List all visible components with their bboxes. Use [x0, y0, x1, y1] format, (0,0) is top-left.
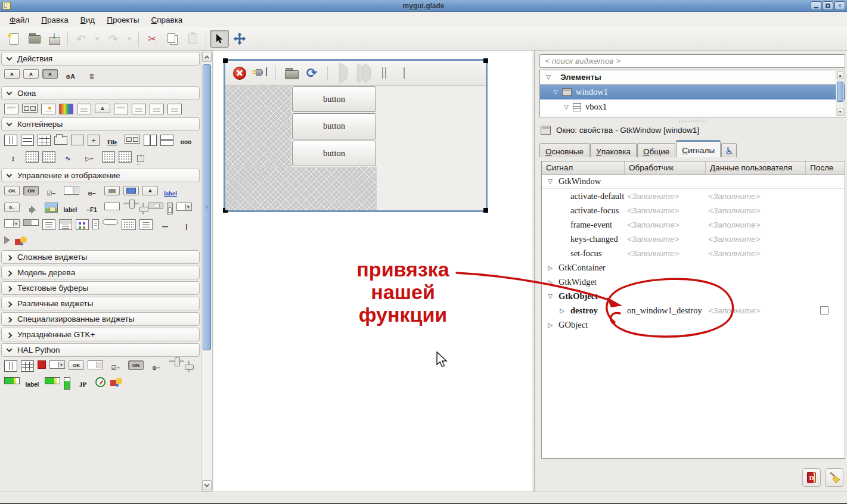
- tab-accessibility[interactable]: ♿: [721, 143, 737, 157]
- arrow-icon[interactable]: [4, 236, 10, 244]
- palette-section-windows[interactable]: Окна: [1, 86, 200, 100]
- signal-row-GtkWidget[interactable]: ▷GtkWidget: [542, 275, 845, 289]
- userdata-cell[interactable]: [706, 318, 806, 332]
- tree-row-window1[interactable]: ▽ window1: [540, 85, 845, 99]
- expander-icon[interactable]: ▽: [563, 104, 570, 110]
- tree-header[interactable]: ▽ Элементы: [540, 70, 845, 85]
- menu-item-help[interactable]: Справка: [145, 13, 188, 27]
- linkbutton-icon[interactable]: label: [162, 186, 179, 200]
- radio-action-icon[interactable]: ⊙A: [61, 69, 79, 83]
- new-button[interactable]: [4, 30, 23, 48]
- designed-open-button[interactable]: [283, 65, 300, 82]
- assistant-icon[interactable]: [167, 104, 182, 114]
- hpaned-icon[interactable]: [144, 135, 157, 146]
- signal-row-GtkWindow[interactable]: ▽GtkWindow: [542, 175, 845, 189]
- save-button[interactable]: [45, 30, 64, 48]
- viewport-icon[interactable]: [26, 151, 39, 163]
- expander-icon[interactable]: ▷−: [80, 151, 98, 166]
- hal-radiobutton-icon[interactable]: ⊙−: [147, 360, 165, 375]
- alignment-icon[interactable]: [137, 155, 144, 162]
- handler-cell[interactable]: on_window1_destroy: [625, 303, 706, 318]
- icon-factory-icon[interactable]: [42, 151, 55, 163]
- column-header-handler[interactable]: Обработчик: [625, 161, 706, 174]
- image-icon[interactable]: [45, 203, 58, 213]
- calendar-icon[interactable]: [122, 219, 136, 230]
- cleanup-button[interactable]: [825, 468, 843, 487]
- accellabel-icon[interactable]: −F1: [83, 203, 101, 217]
- signal-row-activate-focus[interactable]: activate-focus<Заполните><Заполните>: [542, 203, 845, 217]
- progressbar-icon[interactable]: [23, 219, 39, 226]
- signal-row-GtkObject[interactable]: ▽GtkObject: [542, 289, 845, 303]
- dialog-icon[interactable]: [22, 104, 38, 113]
- textview-icon[interactable]: [42, 219, 55, 230]
- handler-cell[interactable]: <Заполните>: [625, 189, 706, 203]
- icon-view-icon[interactable]: [76, 219, 89, 230]
- layout-icon[interactable]: [119, 151, 132, 163]
- signal-row-destroy[interactable]: ▷destroyon_window1_destroy<Заполните>: [542, 303, 845, 318]
- redo-button[interactable]: [104, 30, 123, 48]
- userdata-cell[interactable]: [706, 275, 806, 289]
- handler-cell[interactable]: [625, 260, 706, 275]
- paste-button[interactable]: [183, 30, 202, 48]
- hal-progressbar-icon[interactable]: [4, 377, 20, 384]
- scalebutton-icon[interactable]: 0..: [4, 203, 20, 212]
- vscale-icon[interactable]: [142, 203, 144, 214]
- palette-section-control-display[interactable]: Управление и отображение: [1, 169, 200, 182]
- devhelp-button[interactable]: D: [802, 468, 821, 487]
- palette-section-misc-widgets[interactable]: Различные виджеты: [1, 297, 200, 310]
- redo-menu-button[interactable]: [124, 30, 135, 48]
- window-icon[interactable]: [4, 104, 18, 114]
- userdata-cell[interactable]: <Заполните>: [706, 232, 806, 246]
- expander-icon[interactable]: ▽: [547, 293, 554, 300]
- expander-icon[interactable]: ▷: [547, 279, 554, 285]
- checkbutton-icon[interactable]: ☑−: [42, 186, 60, 200]
- tree-scrollbar[interactable]: ▲ ▼: [836, 71, 844, 116]
- empty-placeholder[interactable]: [225, 167, 377, 210]
- vbox-icon[interactable]: [21, 135, 34, 146]
- designed-refresh-button[interactable]: [303, 65, 320, 82]
- comboboxentry-icon[interactable]: [4, 219, 20, 228]
- scrollbar-thumb[interactable]: [203, 64, 211, 350]
- signal-row-GObject[interactable]: ▷GObject: [542, 318, 845, 332]
- hbuttonbox-icon[interactable]: [125, 135, 140, 144]
- designed-button-2[interactable]: button: [292, 113, 376, 139]
- volumebutton-icon[interactable]: [23, 203, 41, 217]
- hal-vscale-icon[interactable]: [188, 360, 190, 372]
- close-button[interactable]: ×: [834, 1, 845, 10]
- entry-icon[interactable]: [104, 203, 120, 210]
- hscale-icon[interactable]: [123, 203, 139, 204]
- userdata-cell[interactable]: <Заполните>: [706, 246, 806, 260]
- menu-item-file[interactable]: Файл: [4, 13, 35, 27]
- scroll-down-button[interactable]: [202, 480, 212, 490]
- menu-item-projects[interactable]: Проекты: [101, 13, 145, 27]
- userdata-cell[interactable]: <Заполните>: [706, 189, 806, 203]
- designed-step-button[interactable]: [355, 65, 372, 82]
- handler-cell[interactable]: [625, 318, 706, 332]
- expander-icon[interactable]: ▷: [559, 307, 566, 314]
- designed-close-button[interactable]: [231, 65, 248, 82]
- palette-section-text-buffers[interactable]: Текстовые буферы: [1, 281, 200, 295]
- hal-jogwheel-icon[interactable]: JP: [74, 377, 92, 391]
- scroll-down-button[interactable]: ▼: [837, 108, 843, 116]
- hal-label-icon[interactable]: label: [23, 377, 41, 391]
- hal-table-icon[interactable]: [21, 360, 34, 372]
- column-header-userdata[interactable]: Данные пользователя: [706, 161, 806, 174]
- hal-bar-icon[interactable]: [45, 377, 60, 384]
- input-dialog-icon[interactable]: [114, 104, 128, 114]
- after-checkbox[interactable]: [820, 306, 829, 315]
- expander-icon[interactable]: ▷: [547, 265, 554, 271]
- column-header-signal[interactable]: Сигнал: [542, 161, 625, 174]
- palette-section-actions[interactable]: Действия: [1, 52, 200, 66]
- palette-section-complex-widgets[interactable]: Сложные виджеты: [1, 250, 200, 264]
- designed-connect-button[interactable]: [252, 65, 268, 82]
- fontbutton-icon[interactable]: A: [142, 186, 158, 195]
- cut-button[interactable]: [142, 30, 162, 48]
- designed-button-3[interactable]: button: [292, 141, 376, 166]
- undo-button[interactable]: [72, 30, 91, 48]
- scroll-up-button[interactable]: [202, 52, 212, 62]
- resize-handle[interactable]: [483, 58, 488, 63]
- copy-button[interactable]: [163, 30, 182, 48]
- notebook-icon[interactable]: [54, 136, 67, 145]
- button-icon[interactable]: OK: [4, 186, 20, 195]
- userdata-cell[interactable]: <Заполните>: [706, 303, 806, 318]
